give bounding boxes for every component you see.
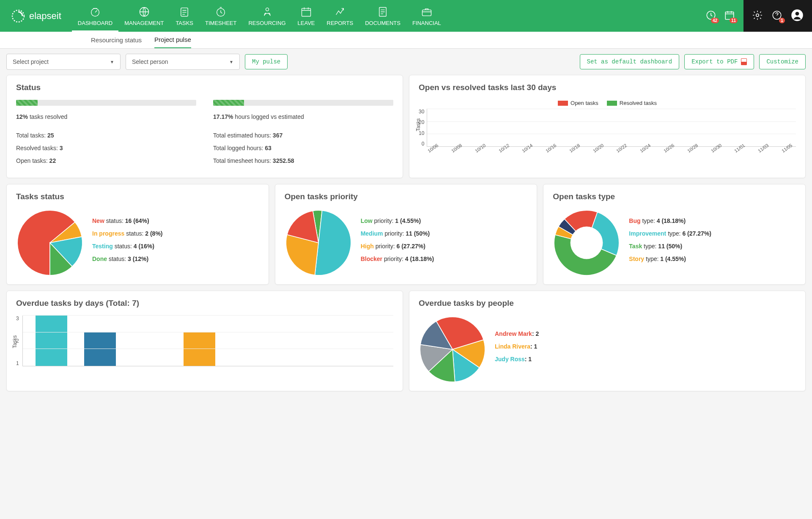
legend-item: Linda Rivera: 1: [495, 343, 796, 350]
help-badge: 1: [779, 18, 785, 23]
user-avatar-button[interactable]: [791, 9, 804, 23]
legend-item: Bug type: 4 (18.18%): [629, 217, 796, 224]
progress-bar: [16, 100, 196, 106]
nav-tasks[interactable]: TASKS: [170, 0, 199, 32]
my-pulse-button[interactable]: My pulse: [245, 54, 288, 69]
customize-button[interactable]: Customize: [759, 54, 806, 69]
open-tasks-type-card: Open tasks type Bug type: 4 (18.18%)Impr…: [543, 184, 806, 285]
legend-item: Low priority: 1 (4.55%): [361, 217, 528, 224]
main-header: elapseit DASHBOARDMANAGEMENTTASKSTIMESHE…: [0, 0, 812, 32]
overdue-by-people-card: Overdue tasks by people Andrew Mark: 2Li…: [409, 291, 806, 391]
nav-resourcing[interactable]: RESOURCING: [242, 0, 291, 32]
tasks-status-card: Tasks status New status: 16 (64%)In prog…: [6, 184, 269, 285]
header-notifications: 42 11: [697, 10, 743, 22]
legend-item: New status: 16 (64%): [92, 217, 259, 224]
overdue-days-chart: [22, 316, 393, 366]
svg-point-5: [266, 8, 269, 11]
legend-item: Blocker priority: 4 (18.18%): [361, 255, 528, 262]
svg-point-14: [796, 11, 799, 15]
legend-item: Medium priority: 11 (50%): [361, 230, 528, 237]
subnav-project-pulse[interactable]: Project pulse: [154, 32, 191, 48]
progress-bar: [213, 100, 393, 106]
nav-documents[interactable]: DOCUMENTS: [359, 0, 406, 32]
legend-item: Andrew Mark: 2: [495, 330, 796, 337]
subnav-resourcing-status[interactable]: Resourcing status: [91, 32, 142, 48]
dashboard-content: Status 12% tasks resolvedTotal tasks: 25…: [0, 75, 812, 406]
brand-name: elapseit: [29, 11, 61, 22]
svg-rect-8: [422, 10, 431, 16]
header-dark-section: 1: [743, 0, 812, 32]
open-priority-legend: Low priority: 1 (4.55%)Medium priority: …: [361, 217, 528, 268]
nav-icon: [89, 5, 102, 18]
overdue-by-days-card: Overdue tasks by days (Total: 7) Tasks 3…: [6, 291, 403, 391]
open-type-donut-chart: [553, 209, 620, 277]
select-person-dropdown[interactable]: Select person: [126, 54, 240, 70]
tasks-status-legend: New status: 16 (64%)In progress status: …: [92, 217, 259, 268]
overdue-people-pie-chart: [419, 316, 486, 383]
chart-legend: Open tasks Resolved tasks: [419, 100, 796, 106]
legend-item: In progress status: 2 (8%): [92, 230, 259, 237]
nav-icon: [214, 5, 227, 18]
legend-item: Task type: 11 (50%): [629, 243, 796, 250]
legend-item: Improvement type: 6 (27.27%): [629, 230, 796, 237]
calendar-notification-button[interactable]: 11: [724, 10, 735, 22]
settings-button[interactable]: [752, 10, 763, 22]
nav-icon: [334, 5, 346, 18]
open-vs-resolved-chart: [427, 109, 796, 147]
export-pdf-button[interactable]: Export to PDF: [684, 54, 754, 69]
overdue-bar: [36, 316, 67, 366]
open-type-legend: Bug type: 4 (18.18%)Improvement type: 6 …: [629, 217, 796, 268]
filter-toolbar: Select project Select person My pulse Se…: [0, 49, 812, 75]
open-priority-pie-chart: [285, 209, 352, 277]
nav-reports[interactable]: REPORTS: [321, 0, 359, 32]
help-button[interactable]: 1: [771, 10, 782, 22]
calendar-badge: 11: [730, 18, 738, 23]
nav-icon: [138, 5, 151, 18]
clock-notification-button[interactable]: 42: [705, 10, 716, 22]
nav-timesheet[interactable]: TIMESHEET: [199, 0, 242, 32]
svg-point-11: [756, 14, 759, 16]
select-project-dropdown[interactable]: Select project: [6, 54, 121, 70]
brand-logo[interactable]: elapseit: [0, 8, 72, 24]
overdue-people-legend: Andrew Mark: 2Linda Rivera: 1Judy Ross: …: [495, 330, 796, 368]
pdf-icon: [741, 58, 747, 65]
nav-management[interactable]: MANAGEMENT: [118, 0, 170, 32]
legend-item: Testing status: 4 (16%): [92, 243, 259, 250]
legend-item: High priority: 6 (27.27%): [361, 243, 528, 250]
tasks-status-pie-chart: [16, 209, 84, 277]
logo-icon: [11, 8, 26, 24]
legend-item: Story type: 1 (4.55%): [629, 255, 796, 262]
open-tasks-priority-card: Open tasks priority Low priority: 1 (4.5…: [275, 184, 538, 285]
nav-icon: [300, 5, 313, 18]
legend-item: Done status: 3 (12%): [92, 255, 259, 262]
x-axis-labels: 10/0610/0810/1010/1210/1410/1610/1810/20…: [427, 149, 796, 162]
legend-item: Judy Ross: 1: [495, 356, 796, 362]
svg-rect-6: [302, 8, 311, 16]
status-title: Status: [16, 83, 393, 92]
svg-point-15: [571, 227, 603, 259]
nav-icon: [261, 5, 274, 18]
open-vs-resolved-title: Open vs resolved tasks last 30 days: [419, 83, 796, 92]
clock-badge: 42: [711, 18, 719, 23]
y-axis-label: Tasks: [12, 335, 18, 349]
nav-leave[interactable]: LEAVE: [292, 0, 321, 32]
main-nav: DASHBOARDMANAGEMENTTASKSTIMESHEETRESOURC…: [72, 0, 697, 32]
svg-point-1: [91, 8, 99, 16]
y-axis-label: Tasks: [415, 118, 421, 132]
nav-icon: [420, 5, 433, 18]
nav-financial[interactable]: FINANCIAL: [406, 0, 447, 32]
status-card: Status 12% tasks resolvedTotal tasks: 25…: [6, 75, 403, 178]
sub-nav: Resourcing status Project pulse: [0, 32, 812, 49]
open-vs-resolved-card: Open vs resolved tasks last 30 days Open…: [409, 75, 806, 178]
nav-icon: [178, 5, 191, 18]
nav-icon: [376, 5, 389, 18]
set-default-dashboard-button[interactable]: Set as default dashboard: [580, 54, 680, 69]
nav-dashboard[interactable]: DASHBOARD: [72, 0, 118, 32]
